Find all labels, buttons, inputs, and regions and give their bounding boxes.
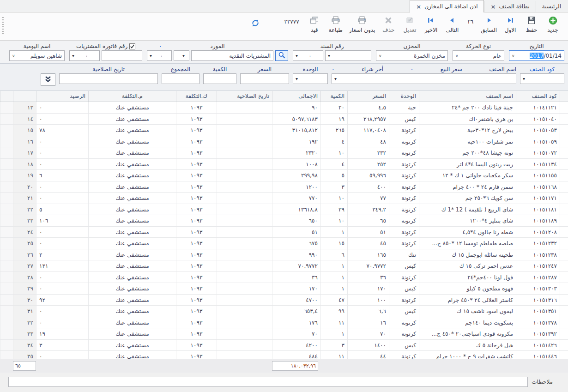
- grid-cell-balance[interactable]: ٣: [36, 340, 88, 351]
- grid-cell-cost-code[interactable]: ١٠٩٣: [176, 147, 217, 158]
- grid-cell-qty[interactable]: ١٩: [320, 114, 347, 125]
- grid-cell-cost-center[interactable]: مستشفي عنك: [88, 249, 176, 260]
- grid-cell-cost-center[interactable]: مستشفي عنك: [88, 272, 176, 283]
- grid-cell-qty[interactable]: ٤٧: [320, 295, 347, 306]
- grid-cell-price[interactable]: ٢٣٢: [347, 147, 389, 158]
- grid-cell-qty[interactable]: ١: [320, 260, 347, 271]
- grid-cell-code[interactable]: ١٠١٥١٣٧٨: [516, 317, 560, 328]
- grid-cell-expiry[interactable]: [217, 204, 272, 215]
- grid-cell-unit[interactable]: كيس: [389, 260, 419, 271]
- grid-cell-expiry[interactable]: [217, 295, 272, 306]
- table-row[interactable]: ١٠١٥١٣٠٣قهوه مطحون ٥ كيلوكيس١٧٠١١٧٠١٠٩٣م…: [0, 283, 568, 295]
- grid-cell-unit[interactable]: حبة: [389, 102, 419, 113]
- document-number-combo[interactable]: ▾: [325, 50, 371, 61]
- grid-cell-total[interactable]: ٦٥٠: [272, 215, 320, 226]
- grid-cell-total[interactable]: ٦٥٣,٤: [272, 306, 320, 317]
- grid-cell-total[interactable]: ٢٩٩,٩٨: [272, 170, 320, 181]
- grid-cell-cost-code[interactable]: ١٠٩٣: [176, 295, 217, 306]
- grid-cell-name[interactable]: ليمون اسود ناشف ١٥ ك: [419, 306, 516, 317]
- grid-cell-price[interactable]: ١٧٠: [347, 283, 389, 294]
- edit-button[interactable]: تعديل: [399, 16, 420, 33]
- grid-cell-qty[interactable]: ٢٠: [320, 102, 347, 113]
- grid-cell-cost-center[interactable]: مستشفي عنك: [88, 181, 176, 193]
- grid-cell-total[interactable]: ٩٩٠: [272, 249, 320, 260]
- grid-cell-expiry[interactable]: [217, 283, 272, 294]
- supplier-number-spin[interactable]: ٠ ▾: [147, 50, 172, 61]
- table-row[interactable]: ١٠١٥١٤٢٦هيل فرحانة ٥ ككيس١٤٠٠٣٤٢٠٠١٠٩٣مس…: [0, 340, 568, 351]
- grid-cell-code[interactable]: ١٠١٥١١٨١: [516, 204, 560, 215]
- grid-cell-balance[interactable]: ٧٨: [36, 125, 88, 136]
- table-row[interactable]: ١٠١٥١١٥٥سكر مكعبات حلواتى ١ ك * ١٢كرتونة…: [0, 170, 568, 181]
- purchase-invoice-field[interactable]: [102, 50, 142, 61]
- chevron-down-icon[interactable]: ▾: [72, 53, 74, 58]
- add-item-button[interactable]: [41, 73, 55, 86]
- grid-cell-total[interactable]: ٢٣٢٠: [272, 147, 320, 158]
- grid-cell-expiry[interactable]: [217, 227, 272, 238]
- row-number[interactable]: ١٧: [13, 147, 36, 158]
- grid-cell-cost-code[interactable]: ١٠٩٣: [176, 193, 217, 204]
- column-header-cost-code[interactable]: ك.التكلفة: [176, 91, 217, 102]
- table-row[interactable]: ١٠١٥١٣٩٢مكرونه قودى اسباجتى٢٠ *٤٥٠ ج...ك…: [0, 328, 568, 340]
- grid-cell-unit[interactable]: كيس: [389, 306, 419, 317]
- grid-cell-code[interactable]: ١٠١٥١١٣٤: [516, 159, 560, 170]
- warehouse-combo[interactable]: مخزن الخمرة ∨: [376, 50, 448, 61]
- grid-cell-cost-center[interactable]: مستشفي عنك: [88, 193, 176, 204]
- grid-cell-price[interactable]: ١٦: [347, 317, 389, 328]
- row-number[interactable]: ٣١: [13, 306, 36, 317]
- row-number[interactable]: ٢٦: [13, 249, 36, 260]
- grid-cell-code[interactable]: ١٠١٥١٢٣٨: [516, 249, 560, 260]
- grid-cell-qty[interactable]: ٦: [320, 249, 347, 260]
- expiry-date-field[interactable]: [59, 73, 158, 84]
- grid-cell-cost-code[interactable]: ١٠٩٣: [176, 238, 217, 249]
- grid-cell-price[interactable]: ٣٦: [347, 272, 389, 283]
- row-number[interactable]: ١٨: [13, 159, 36, 170]
- grid-cell-code[interactable]: ١٠١٥١٢٨٧: [516, 272, 560, 283]
- grid-cell-name[interactable]: صلصه طماطم تومسا ١٢ *٨٥٠ ج...: [419, 238, 516, 249]
- grid-cell-unit[interactable]: كيس: [389, 340, 419, 351]
- grid-cell-cost-center[interactable]: مستشفي عنك: [88, 238, 176, 249]
- grid-cell-cost-center[interactable]: مستشفي عنك: [88, 215, 176, 226]
- grid-cell-name[interactable]: سمن فارم ٢٤ * ٤٠٠ جرام: [419, 181, 516, 193]
- grid-cell-name[interactable]: هيل فرحانة ٥ ك: [419, 340, 516, 351]
- movement-type-combo[interactable]: عام ∨: [453, 50, 504, 61]
- row-number[interactable]: ٣٥: [13, 351, 36, 359]
- row-number[interactable]: ١٩: [13, 170, 36, 181]
- grid-cell-unit[interactable]: كرتونة: [389, 181, 419, 193]
- grid-cell-name[interactable]: تمر شفرات ١٠٠حبة: [419, 136, 516, 147]
- grid-cell-total[interactable]: ٥١: [272, 227, 320, 238]
- chevron-down-icon[interactable]: ∨: [455, 54, 459, 58]
- column-header-total[interactable]: الاجمالى: [272, 91, 320, 102]
- grid-cell-cost-code[interactable]: ١٠٩٣: [176, 215, 217, 226]
- grid-cell-cost-center[interactable]: مستشفي عنك: [88, 159, 176, 170]
- quantity-field[interactable]: [203, 73, 236, 84]
- grid-cell-code[interactable]: ١٠١٥١١٨٩: [516, 215, 560, 226]
- supplier-extra-combo[interactable]: ▾: [174, 50, 189, 61]
- grid-cell-total[interactable]: ١٧٠: [272, 283, 320, 294]
- grid-cell-price[interactable]: ٤٨: [347, 136, 389, 147]
- table-row[interactable]: ١٠١٥١٣١٦كاستر العلالى ٢٤ *٤٥٠ جرامكرتونة…: [0, 295, 568, 306]
- grid-cell-expiry[interactable]: [217, 317, 272, 328]
- grid-cell-unit[interactable]: كيس: [389, 114, 419, 125]
- grid-cell-unit[interactable]: كرتونة: [389, 272, 419, 283]
- unit-combo[interactable]: ▾: [293, 73, 328, 84]
- chevron-down-icon[interactable]: ▾: [334, 76, 337, 81]
- tab-item-card[interactable]: بطاقة الصنف ×: [484, 1, 535, 12]
- grid-cell-balance[interactable]: ٩٢: [36, 295, 88, 306]
- grid-cell-total[interactable]: ١٢٠٠: [272, 181, 320, 193]
- grid-cell-total[interactable]: ١٣٦١٨,٨: [272, 204, 320, 215]
- grid-cell-code[interactable]: ١٠١٥١٠٤٠: [516, 114, 560, 125]
- grid-cell-qty[interactable]: ٣: [320, 181, 347, 193]
- journal-entry-button[interactable]: قيد: [304, 16, 325, 33]
- grid-cell-name[interactable]: بيض لارج ١٢*٣٠حبة: [419, 125, 516, 136]
- grid-cell-unit[interactable]: كرتونة: [389, 136, 419, 147]
- grid-cell-price[interactable]: ١٤٠٠: [347, 340, 389, 351]
- column-header-price[interactable]: السعر: [347, 91, 389, 102]
- table-row[interactable]: ١٠١٥١٢٠٨شطه رنا جالون ٤*٤,٥كرتونة٥١١٥١١٠…: [0, 227, 568, 238]
- grid-cell-price[interactable]: ٣٤٩,٢: [347, 204, 389, 215]
- date-field[interactable]: 2017/01/14 ∨: [509, 50, 564, 61]
- grid-cell-expiry[interactable]: [217, 328, 272, 339]
- row-number[interactable]: ٢٢: [13, 204, 36, 215]
- chevron-down-icon[interactable]: ∨: [12, 54, 15, 58]
- grid-cell-balance[interactable]: ٥: [36, 204, 88, 215]
- table-row[interactable]: ١٠١٥١٠٧٢تونة جيشا ٤٨*٢٠٠ جمكرتونة٢٣٢١٠٢٣…: [0, 147, 568, 159]
